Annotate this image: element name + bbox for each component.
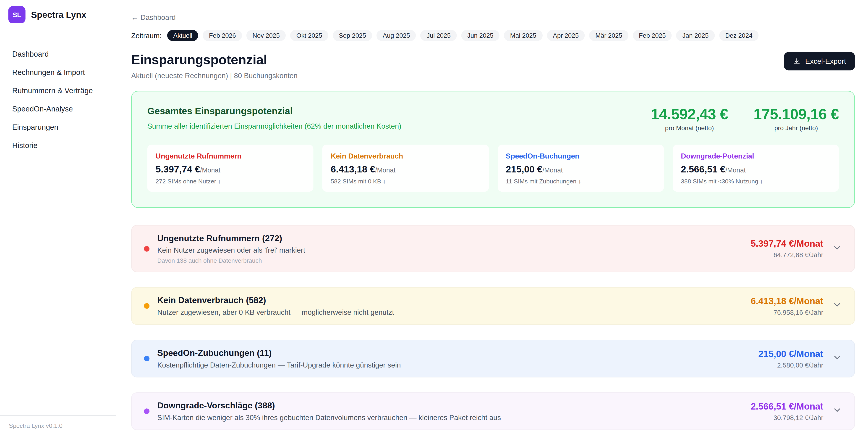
period-pill-dez-2024[interactable]: Dez 2024 (719, 30, 759, 41)
period-pill-sep-2025[interactable]: Sep 2025 (333, 30, 372, 41)
section-text: Downgrade-Vorschläge (388) SIM-Karten di… (157, 401, 751, 422)
section-yearly: 76.958,16 €/Jahr (751, 309, 823, 316)
period-pill-okt-2025[interactable]: Okt 2025 (290, 30, 328, 41)
chevron-down-icon[interactable] (832, 352, 842, 364)
accordion-speedon-zubuchungen[interactable]: SpeedOn-Zubuchungen (11) Kostenpflichtig… (131, 340, 855, 377)
section-yearly: 2.580,00 €/Jahr (758, 361, 823, 369)
section-monthly: 2.566,51 €/Monat (751, 401, 823, 412)
card-value-row: 215,00 €/Monat (506, 164, 656, 175)
sidebar-item-rechnungen-import[interactable]: Rechnungen & Import (0, 63, 116, 82)
card-title: SpeedOn-Buchungen (506, 152, 656, 160)
section-amounts: 215,00 €/Monat 2.580,00 €/Jahr (758, 348, 823, 369)
card-note: 272 SIMs ohne Nutzer ↓ (156, 178, 305, 184)
card-note: 388 SIMs mit <30% Nutzung ↓ (681, 178, 831, 184)
page-title: Einsparungspotenzial (131, 52, 298, 68)
yearly-total: 175.109,16 € pro Jahr (netto) (753, 106, 839, 131)
period-pill-aktuell[interactable]: Aktuell (167, 30, 198, 41)
section-title: Kein Datenverbrauch (582) (157, 295, 751, 305)
period-pill-aug-2025[interactable]: Aug 2025 (377, 30, 416, 41)
purple-dot-icon (144, 408, 150, 414)
total-savings-amounts: 14.592,43 € pro Monat (netto) 175.109,16… (651, 106, 839, 131)
section-yearly: 64.772,88 €/Jahr (751, 251, 823, 259)
card-kein-datenverbrauch: Kein Datenverbrauch 6.413,18 €/Monat 582… (322, 145, 489, 192)
accordion-downgrade-vorschlaege[interactable]: Downgrade-Vorschläge (388) SIM-Karten di… (131, 392, 855, 430)
chevron-down-icon[interactable] (832, 242, 842, 255)
card-value: 2.566,51 € (681, 164, 725, 175)
card-downgrade-potenzial: Downgrade-Potenzial 2.566,51 €/Monat 388… (673, 145, 839, 192)
section-title: Ungenutzte Rufnummern (272) (157, 233, 751, 243)
card-title: Downgrade-Potenzial (681, 152, 831, 160)
section-title: SpeedOn-Zubuchungen (11) (157, 348, 758, 358)
blue-dot-icon (144, 356, 150, 361)
card-title: Kein Datenverbrauch (331, 152, 480, 160)
savings-category-cards: Ungenutzte Rufnummern 5.397,74 €/Monat 2… (147, 145, 839, 192)
accordion-ungenutzte-rufnummern[interactable]: Ungenutzte Rufnummern (272) Kein Nutzer … (131, 225, 855, 272)
section-subtitle: Kostenpflichtige Daten-Zubuchungen — Tar… (157, 361, 758, 369)
sidebar: SL Spectra Lynx Dashboard Rechnungen & I… (0, 0, 116, 439)
card-value-row: 5.397,74 €/Monat (156, 164, 305, 175)
period-label: Zeitraum: (131, 31, 161, 39)
card-value: 5.397,74 € (156, 164, 200, 175)
section-subtitle: Nutzer zugewiesen, aber 0 KB verbraucht … (157, 308, 751, 316)
app-version: Spectra Lynx v0.1.0 (0, 415, 116, 439)
excel-export-button[interactable]: Excel-Export (784, 52, 855, 70)
page-title-block: Einsparungspotenzial Aktuell (neueste Re… (131, 52, 298, 80)
period-selector: Zeitraum: Aktuell Feb 2026 Nov 2025 Okt … (131, 30, 855, 41)
card-title: Ungenutzte Rufnummern (156, 152, 305, 160)
total-savings-header: Gesamtes Einsparungspotenzial Summe alle… (147, 106, 839, 131)
app-root: SL Spectra Lynx Dashboard Rechnungen & I… (0, 0, 868, 439)
yearly-total-value: 175.109,16 € (753, 106, 839, 123)
section-text: SpeedOn-Zubuchungen (11) Kostenpflichtig… (157, 348, 758, 369)
period-pill-apr-2025[interactable]: Apr 2025 (547, 30, 585, 41)
sidebar-item-dashboard[interactable]: Dashboard (0, 45, 116, 63)
card-ungenutzte-rufnummern: Ungenutzte Rufnummern 5.397,74 €/Monat 2… (147, 145, 313, 192)
section-yearly: 30.798,12 €/Jahr (751, 414, 823, 421)
chevron-down-icon[interactable] (832, 405, 842, 417)
sidebar-item-einsparungen[interactable]: Einsparungen (0, 118, 116, 136)
monthly-total: 14.592,43 € pro Monat (netto) (651, 106, 728, 131)
period-pill-jan-2025[interactable]: Jan 2025 (676, 30, 715, 41)
excel-export-label: Excel-Export (805, 57, 846, 65)
section-text: Ungenutzte Rufnummern (272) Kein Nutzer … (157, 233, 751, 264)
period-pill-jun-2025[interactable]: Jun 2025 (461, 30, 499, 41)
sidebar-item-rufnummern-vertraege[interactable]: Rufnummern & Verträge (0, 82, 116, 100)
card-value-row: 6.413,18 €/Monat (331, 164, 480, 175)
chevron-down-icon[interactable] (832, 300, 842, 312)
period-pill-feb-2026[interactable]: Feb 2026 (203, 30, 242, 41)
total-savings-card: Gesamtes Einsparungspotenzial Summe alle… (131, 91, 855, 208)
monthly-total-value: 14.592,43 € (651, 106, 728, 123)
sidebar-item-historie[interactable]: Historie (0, 136, 116, 155)
card-value: 6.413,18 € (331, 164, 375, 175)
back-to-dashboard-link[interactable]: ← Dashboard (131, 13, 176, 22)
card-unit: /Monat (375, 166, 396, 174)
section-note: Davon 138 auch ohne Datenverbrauch (157, 257, 751, 264)
app-brand-name: Spectra Lynx (31, 9, 86, 20)
page-subtitle: Aktuell (neueste Rechnungen) | 80 Buchun… (131, 71, 298, 80)
red-dot-icon (144, 246, 150, 251)
download-icon (793, 57, 801, 65)
period-pill-mai-2025[interactable]: Mai 2025 (504, 30, 542, 41)
monthly-total-caption: pro Monat (netto) (651, 125, 728, 131)
card-value: 215,00 € (506, 164, 542, 175)
period-pill-jul-2025[interactable]: Jul 2025 (421, 30, 457, 41)
section-title: Downgrade-Vorschläge (388) (157, 401, 751, 411)
section-subtitle: SIM-Karten die weniger als 30% ihres geb… (157, 413, 751, 422)
app-logo: SL (8, 6, 25, 23)
accordion-kein-datenverbrauch[interactable]: Kein Datenverbrauch (582) Nutzer zugewie… (131, 287, 855, 325)
amber-dot-icon (144, 303, 150, 309)
period-pill-nov-2025[interactable]: Nov 2025 (246, 30, 286, 41)
sidebar-item-speedon-analyse[interactable]: SpeedOn-Analyse (0, 100, 116, 118)
card-value-row: 2.566,51 €/Monat (681, 164, 831, 175)
total-savings-text: Gesamtes Einsparungspotenzial Summe alle… (147, 106, 401, 130)
period-pill-feb-2025[interactable]: Feb 2025 (633, 30, 672, 41)
total-savings-subtitle: Summe aller identifizierten Einsparmögli… (147, 122, 401, 130)
section-amounts: 6.413,18 €/Monat 76.958,16 €/Jahr (751, 296, 823, 316)
total-savings-title: Gesamtes Einsparungspotenzial (147, 106, 401, 117)
sidebar-nav: Dashboard Rechnungen & Import Rufnummern… (0, 45, 116, 155)
card-unit: /Monat (725, 166, 746, 174)
period-pill-maer-2025[interactable]: Mär 2025 (589, 30, 628, 41)
page-header: Einsparungspotenzial Aktuell (neueste Re… (131, 52, 855, 80)
card-speedon-buchungen: SpeedOn-Buchungen 215,00 €/Monat 11 SIMs… (497, 145, 664, 192)
section-monthly: 5.397,74 €/Monat (751, 238, 823, 249)
section-monthly: 215,00 €/Monat (758, 348, 823, 359)
